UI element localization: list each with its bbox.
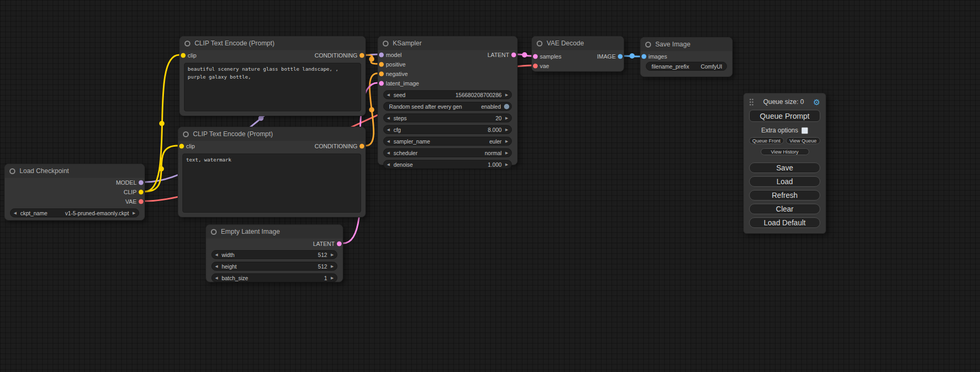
prev-arrow-icon[interactable]: ◀ xyxy=(387,93,390,97)
node-graph-canvas[interactable]: Load Checkpoint MODEL CLIP VAE ◀ ckpt_na… xyxy=(0,0,980,372)
node-load-checkpoint[interactable]: Load Checkpoint MODEL CLIP VAE ◀ ckpt_na… xyxy=(4,164,145,221)
collapse-dot-icon[interactable] xyxy=(185,41,190,46)
sampler-name-widget[interactable]: ◀ sampler_name euler ▶ xyxy=(383,137,512,146)
node-ksampler[interactable]: KSampler model LATENT positive negative … xyxy=(377,36,518,165)
prev-arrow-icon[interactable]: ◀ xyxy=(387,116,390,120)
batch-size-widget[interactable]: ◀ batch_size 1 ▶ xyxy=(211,273,337,282)
next-arrow-icon[interactable]: ▶ xyxy=(506,151,508,155)
images-input-slot[interactable] xyxy=(642,54,646,59)
prev-arrow-icon[interactable]: ◀ xyxy=(215,276,218,280)
next-arrow-icon[interactable]: ▶ xyxy=(331,276,334,280)
latent-output-slot[interactable] xyxy=(511,53,516,58)
widget-value: 156680208700286 xyxy=(455,92,502,98)
clip-input-slot[interactable] xyxy=(179,144,184,149)
slot-row: images xyxy=(641,51,732,62)
node-clip-text-encode-positive[interactable]: CLIP Text Encode (Prompt) clip CONDITION… xyxy=(179,36,366,116)
settings-gear-icon[interactable]: ⚙ xyxy=(813,98,820,106)
prev-arrow-icon[interactable]: ◀ xyxy=(387,163,390,166)
save-button[interactable]: Save xyxy=(749,163,820,173)
view-queue-button[interactable]: View Queue xyxy=(786,137,821,144)
slot-row: positive xyxy=(378,60,517,69)
prev-arrow-icon[interactable]: ◀ xyxy=(387,128,390,131)
slot-row: clip CONDITIONING xyxy=(178,141,365,151)
collapse-dot-icon[interactable] xyxy=(211,229,217,235)
steps-widget[interactable]: ◀ steps 20 ▶ xyxy=(383,113,512,122)
prev-arrow-icon[interactable]: ◀ xyxy=(215,264,218,268)
node-title-bar[interactable]: Save Image xyxy=(641,37,732,51)
node-title-bar[interactable]: Load Checkpoint xyxy=(5,164,144,178)
next-arrow-icon[interactable]: ▶ xyxy=(506,128,508,131)
next-arrow-icon[interactable]: ▶ xyxy=(506,139,508,143)
clear-button[interactable]: Clear xyxy=(749,204,820,214)
next-arrow-icon[interactable]: ▶ xyxy=(506,116,508,120)
vae-input-slot[interactable] xyxy=(533,64,538,69)
output-label: LATENT xyxy=(313,241,335,247)
image-output-slot[interactable] xyxy=(618,54,623,59)
prompt-textarea[interactable]: beautiful scenery nature glass bottle la… xyxy=(184,63,361,111)
conditioning-output-slot[interactable] xyxy=(360,53,364,58)
node-title: CLIP Text Encode (Prompt) xyxy=(193,130,273,138)
extra-options-checkbox[interactable] xyxy=(801,127,808,134)
load-default-button[interactable]: Load Default xyxy=(749,217,820,228)
wire-clip-negative xyxy=(145,146,178,192)
prompt-textarea[interactable]: text, watermark xyxy=(182,154,361,213)
prev-arrow-icon[interactable]: ◀ xyxy=(387,151,390,155)
prev-arrow-icon[interactable]: ◀ xyxy=(387,139,390,143)
node-clip-text-encode-negative[interactable]: CLIP Text Encode (Prompt) clip CONDITION… xyxy=(178,127,366,217)
toggle-knob-icon[interactable] xyxy=(504,104,509,109)
filename-prefix-widget[interactable]: filename_prefix ComfyUI xyxy=(646,62,727,71)
collapse-dot-icon[interactable] xyxy=(183,131,189,137)
collapse-dot-icon[interactable] xyxy=(383,41,389,46)
latent-image-input-slot[interactable] xyxy=(379,81,384,86)
ckpt-name-widget[interactable]: ◀ ckpt_name v1-5-pruned-emaonly.ckpt ▶ xyxy=(10,208,139,217)
vae-output-slot[interactable] xyxy=(139,199,143,204)
wire-conditioning-negative xyxy=(366,73,377,146)
cfg-widget[interactable]: ◀ cfg 8.000 ▶ xyxy=(383,125,512,134)
slot-row: vae xyxy=(532,61,624,71)
view-history-button[interactable]: View History xyxy=(761,148,809,155)
next-arrow-icon[interactable]: ▶ xyxy=(506,163,508,166)
clip-input-slot[interactable] xyxy=(181,53,186,58)
positive-input-slot[interactable] xyxy=(379,62,384,67)
node-title-bar[interactable]: CLIP Text Encode (Prompt) xyxy=(178,127,365,141)
collapse-dot-icon[interactable] xyxy=(537,41,542,46)
negative-input-slot[interactable] xyxy=(379,72,384,77)
next-arrow-icon[interactable]: ▶ xyxy=(506,93,508,97)
refresh-button[interactable]: Refresh xyxy=(749,190,820,201)
seed-widget[interactable]: ◀ seed 156680208700286 ▶ xyxy=(383,90,512,99)
load-button[interactable]: Load xyxy=(749,176,820,187)
next-arrow-icon[interactable]: ▶ xyxy=(331,264,334,268)
latent-output-slot[interactable] xyxy=(337,242,342,246)
queue-prompt-button[interactable]: Queue Prompt xyxy=(749,110,820,122)
scheduler-widget[interactable]: ◀ scheduler normal ▶ xyxy=(383,148,512,157)
height-widget[interactable]: ◀ height 512 ▶ xyxy=(211,262,337,271)
next-arrow-icon[interactable]: ▶ xyxy=(331,253,334,256)
conditioning-output-slot[interactable] xyxy=(360,144,364,149)
node-title-bar[interactable]: VAE Decode xyxy=(532,36,624,50)
node-save-image[interactable]: Save Image images filename_prefix ComfyU… xyxy=(640,37,733,77)
node-empty-latent-image[interactable]: Empty Latent Image LATENT ◀ width 512 ▶ … xyxy=(206,224,343,282)
input-label: images xyxy=(648,53,667,60)
width-widget[interactable]: ◀ width 512 ▶ xyxy=(211,250,337,259)
clip-output-slot[interactable] xyxy=(139,190,143,195)
next-arrow-icon[interactable]: ▶ xyxy=(133,211,135,215)
queue-front-button[interactable]: Queue Front xyxy=(749,137,784,144)
collapse-dot-icon[interactable] xyxy=(9,168,15,174)
denoise-widget[interactable]: ◀ denoise 1.000 ▶ xyxy=(383,160,512,169)
node-title-bar[interactable]: KSampler xyxy=(378,36,517,50)
prev-arrow-icon[interactable]: ◀ xyxy=(215,253,218,256)
model-output-slot[interactable] xyxy=(139,180,143,185)
widget-name: cfg xyxy=(393,127,401,133)
random-seed-toggle-widget[interactable]: Random seed after every gen enabled xyxy=(383,102,512,111)
widget-value: 512 xyxy=(318,263,327,270)
node-title-bar[interactable]: Empty Latent Image xyxy=(206,225,343,239)
model-input-slot[interactable] xyxy=(379,53,384,58)
collapse-dot-icon[interactable] xyxy=(645,42,651,47)
prev-arrow-icon[interactable]: ◀ xyxy=(14,211,16,215)
node-vae-decode[interactable]: VAE Decode samples IMAGE vae xyxy=(531,36,624,72)
drag-handle-icon[interactable] xyxy=(749,98,754,106)
queue-panel-header: Queue size: 0 ⚙ xyxy=(749,97,820,107)
wire-midpoint-dot xyxy=(159,121,164,126)
samples-input-slot[interactable] xyxy=(533,54,538,59)
node-title-bar[interactable]: CLIP Text Encode (Prompt) xyxy=(180,36,365,50)
